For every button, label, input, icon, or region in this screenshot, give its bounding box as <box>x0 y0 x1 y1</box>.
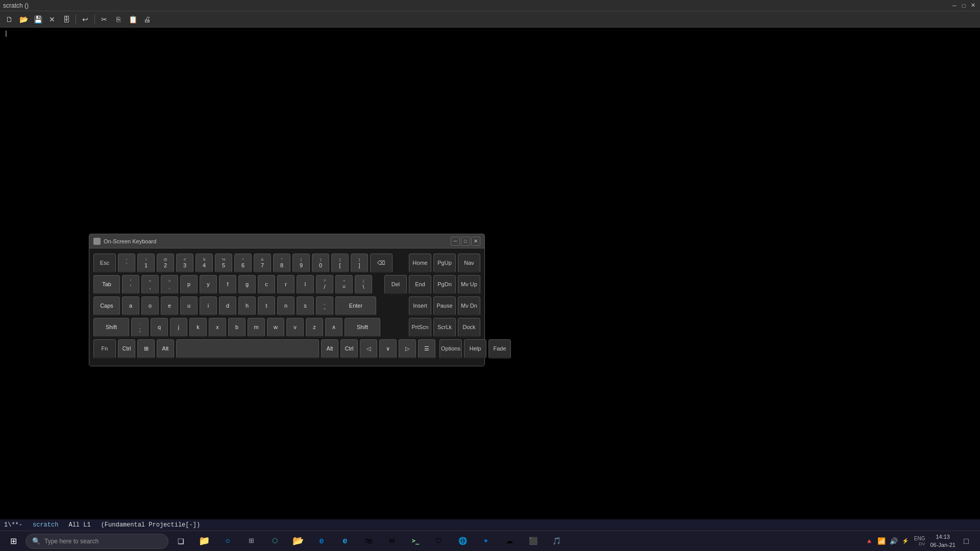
osk-close-button[interactable]: ✕ <box>471 237 480 246</box>
key-end[interactable]: End <box>409 275 431 294</box>
key-p[interactable]: p <box>180 275 198 294</box>
key-x[interactable]: x <box>209 318 226 337</box>
key-g[interactable]: g <box>238 275 256 294</box>
key-period[interactable]: >. <box>161 275 178 294</box>
key-scrlk[interactable]: ScrLk <box>433 318 456 337</box>
taskbar-security[interactable]: 🛡 <box>428 531 450 552</box>
key-fn[interactable]: Fn <box>93 339 116 359</box>
taskbar-taskview[interactable]: ⊞ <box>240 531 262 552</box>
key-arrow-left[interactable]: ◁ <box>360 339 377 359</box>
key-rbracket[interactable]: }] <box>351 254 368 273</box>
key-dock[interactable]: Dock <box>458 318 480 337</box>
key-y[interactable]: y <box>200 275 217 294</box>
key-z[interactable]: z <box>306 318 323 337</box>
undo-button[interactable]: ↩ <box>79 13 91 26</box>
key-alt-left[interactable]: Alt <box>157 339 174 359</box>
key-shift-left[interactable]: Shift <box>93 318 129 337</box>
maximize-button[interactable]: □ <box>960 2 968 10</box>
key-h[interactable]: h <box>238 296 256 316</box>
key-caret[interactable]: ∧ <box>325 318 342 337</box>
volume-icon[interactable]: 🔊 <box>890 537 898 545</box>
key-lbracket[interactable]: {[ <box>331 254 349 273</box>
taskbar-store[interactable]: 🛍 <box>357 531 380 552</box>
key-home[interactable]: Home <box>409 254 431 273</box>
key-t[interactable]: t <box>258 296 275 316</box>
key-w[interactable]: w <box>267 318 284 337</box>
key-semicolon[interactable]: :; <box>131 318 149 337</box>
key-ctrl-left[interactable]: Ctrl <box>118 339 135 359</box>
taskbar-explorer[interactable]: 📁 <box>193 531 215 552</box>
key-mv-up[interactable]: Mv Up <box>458 275 480 294</box>
wifi-icon[interactable]: 📶 <box>877 537 886 545</box>
key-caps[interactable]: Caps <box>93 296 120 316</box>
minimize-button[interactable]: ─ <box>950 2 959 10</box>
key-pgup[interactable]: PgUp <box>433 254 456 273</box>
close-file-button[interactable]: ✕ <box>46 13 58 26</box>
key-esc[interactable]: Esc <box>93 254 116 273</box>
key-8[interactable]: *8 <box>273 254 290 273</box>
osk-maximize-button[interactable]: □ <box>461 237 470 246</box>
notification-button[interactable]: □ <box>959 534 974 549</box>
key-9[interactable]: (9 <box>292 254 310 273</box>
key-j[interactable]: j <box>170 318 187 337</box>
open-file-button[interactable]: 📂 <box>17 13 30 26</box>
network-icon[interactable]: 🔺 <box>865 537 873 545</box>
key-arrow-down[interactable]: ∨ <box>379 339 397 359</box>
start-button[interactable]: ⊞ <box>2 531 24 552</box>
taskbar-terminal[interactable]: >_ <box>404 531 427 552</box>
key-enter[interactable]: Enter <box>335 296 376 316</box>
key-q[interactable]: q <box>151 318 168 337</box>
taskbar-media[interactable]: 🎵 <box>545 531 568 552</box>
key-shift-right[interactable]: Shift <box>345 318 380 337</box>
key-pause[interactable]: Pause <box>433 296 456 316</box>
key-1[interactable]: !1 <box>137 254 155 273</box>
print-button[interactable]: 🖨 <box>141 13 153 26</box>
osk-titlebar[interactable]: On-Screen Keyboard ─ □ ✕ <box>89 234 484 248</box>
key-u[interactable]: u <box>180 296 198 316</box>
key-c[interactable]: c <box>258 275 275 294</box>
key-options[interactable]: Options <box>439 339 462 359</box>
copy-button[interactable]: ⎘ <box>112 13 125 26</box>
key-i[interactable]: i <box>200 296 217 316</box>
taskbar-browser[interactable]: 🌐 <box>451 531 474 552</box>
key-r[interactable]: r <box>277 275 295 294</box>
key-plus[interactable]: += <box>335 275 353 294</box>
key-e[interactable]: e <box>161 296 178 316</box>
clock-display[interactable]: ENG DV <box>912 536 927 546</box>
new-file-button[interactable]: 🗋 <box>3 13 15 26</box>
key-space[interactable] <box>176 339 319 359</box>
key-s[interactable]: s <box>297 296 314 316</box>
save-file-button[interactable]: 💾 <box>32 13 44 26</box>
key-help[interactable]: Help <box>464 339 486 359</box>
battery-icon[interactable]: ⚡ <box>902 538 909 544</box>
key-tilde[interactable]: ~` <box>118 254 135 273</box>
key-backspace[interactable]: ⌫ <box>370 254 393 273</box>
key-win[interactable]: ⊞ <box>137 339 155 359</box>
key-a[interactable]: a <box>122 296 139 316</box>
key-n[interactable]: n <box>277 296 295 316</box>
cut-button[interactable]: ✂ <box>98 13 110 26</box>
key-comma[interactable]: <, <box>141 275 159 294</box>
key-5[interactable]: %5 <box>215 254 232 273</box>
taskbar-scratch[interactable]: ⬡ <box>263 531 286 552</box>
key-o[interactable]: o <box>141 296 159 316</box>
save-as-button[interactable]: 🗄 <box>60 13 72 26</box>
clock[interactable]: 14:13 06-Jan-21 <box>930 533 955 549</box>
key-k[interactable]: k <box>189 318 207 337</box>
paste-button[interactable]: 📋 <box>127 13 139 26</box>
key-3[interactable]: #3 <box>176 254 193 273</box>
key-menu[interactable]: ☰ <box>418 339 435 359</box>
key-quote[interactable]: "' <box>122 275 139 294</box>
taskbar-ie[interactable]: e <box>334 531 356 552</box>
key-slash[interactable]: ?/ <box>316 275 333 294</box>
key-del[interactable]: Del <box>384 275 407 294</box>
key-pgdn[interactable]: PgDn <box>433 275 456 294</box>
key-m[interactable]: m <box>248 318 265 337</box>
key-tab[interactable]: Tab <box>93 275 120 294</box>
key-v[interactable]: v <box>286 318 304 337</box>
key-alt-right[interactable]: Alt <box>321 339 338 359</box>
key-minus[interactable]: _- <box>316 296 333 316</box>
key-7[interactable]: &7 <box>254 254 271 273</box>
search-bar[interactable]: 🔍 Type here to search <box>26 534 168 549</box>
key-fade[interactable]: Fade <box>488 339 511 359</box>
